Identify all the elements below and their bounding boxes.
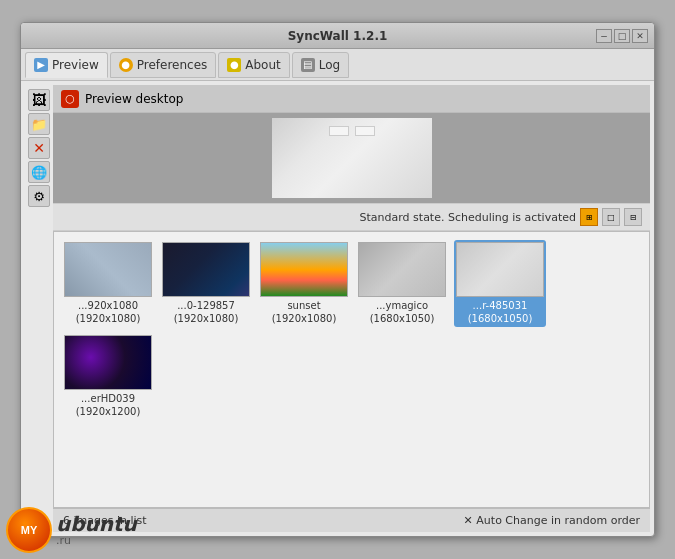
list-item[interactable]: ...erHD039 (1920x1200) [62, 333, 154, 420]
online-button[interactable]: 🌐 [28, 161, 50, 183]
list-item[interactable]: ...ymagico (1680x1050) [356, 240, 448, 327]
view-mode-grid-button[interactable]: ⊟ [624, 208, 642, 226]
thumbnail-2 [162, 242, 250, 297]
image-label-6: ...erHD039 (1920x1200) [76, 392, 141, 418]
room-inner [272, 118, 432, 198]
room-preview [272, 118, 432, 198]
remove-button[interactable]: ✕ [28, 137, 50, 159]
room-lights [329, 126, 375, 136]
maximize-button[interactable]: □ [614, 29, 630, 43]
view-mode-monitor-button[interactable]: ⊞ [580, 208, 598, 226]
logo-area: MY ubuntu .ru [6, 507, 137, 553]
main-content: ○ Preview desktop Standard state. Schedu… [53, 85, 650, 532]
tab-log-label: Log [319, 58, 340, 72]
add-wallpaper-button[interactable]: 🖼 [28, 89, 50, 111]
image-grid: ...920x1080 (1920x1080) ...0-129857 (192… [62, 240, 641, 327]
preview-area [53, 113, 650, 203]
thumbnail-4 [358, 242, 446, 297]
preview-stop-icon: ○ [61, 90, 79, 108]
list-item[interactable]: ...r-485031 (1680x1050) [454, 240, 546, 327]
image-grid-row2: ...erHD039 (1920x1200) [62, 333, 641, 420]
status-bar: Standard state. Scheduling is activated … [53, 203, 650, 231]
tab-preferences-label: Preferences [137, 58, 208, 72]
logo-circle: MY [6, 507, 52, 553]
logo-text-area: ubuntu .ru [56, 514, 137, 547]
image-label-2: ...0-129857 (1920x1080) [174, 299, 239, 325]
left-toolbar: 🖼 📁 ✕ 🌐 ⚙ [25, 85, 53, 532]
tab-preferences[interactable]: ● Preferences [110, 52, 217, 78]
thumbnail-6 [64, 335, 152, 390]
preview-tab-icon: ▶ [34, 58, 48, 72]
thumbnail-5 [456, 242, 544, 297]
tab-preview-label: Preview [52, 58, 99, 72]
image-label-4: ...ymagico (1680x1050) [370, 299, 435, 325]
thumbnail-1 [64, 242, 152, 297]
list-item[interactable]: ...0-129857 (1920x1080) [160, 240, 252, 327]
logo-ubuntu-text: ubuntu [56, 514, 137, 534]
tab-preview[interactable]: ▶ Preview [25, 52, 108, 78]
image-label-3: sunset (1920x1080) [272, 299, 337, 325]
title-bar: SyncWall 1.2.1 − □ ✕ [21, 23, 654, 49]
room-light-1 [329, 126, 349, 136]
content-area: 🖼 📁 ✕ 🌐 ⚙ ○ Preview desktop [21, 81, 654, 536]
image-label-5: ...r-485031 (1680x1050) [468, 299, 533, 325]
status-text: Standard state. Scheduling is activated [360, 211, 576, 224]
minimize-button[interactable]: − [596, 29, 612, 43]
main-window: SyncWall 1.2.1 − □ ✕ ▶ Preview ● Prefere… [20, 22, 655, 537]
preview-header: ○ Preview desktop [53, 85, 650, 113]
window-controls: − □ ✕ [596, 29, 648, 43]
tab-log[interactable]: ▤ Log [292, 52, 349, 78]
tab-about[interactable]: ● About [218, 52, 289, 78]
settings-button[interactable]: ⚙ [28, 185, 50, 207]
about-tab-icon: ● [227, 58, 241, 72]
add-folder-button[interactable]: 📁 [28, 113, 50, 135]
image-grid-container[interactable]: ...920x1080 (1920x1080) ...0-129857 (192… [53, 231, 650, 508]
thumbnail-3 [260, 242, 348, 297]
list-item[interactable]: sunset (1920x1080) [258, 240, 350, 327]
auto-change-status: ✕ Auto Change in random order [464, 514, 640, 527]
bottom-bar: 6 images in list ✕ Auto Change in random… [53, 508, 650, 532]
image-label-1: ...920x1080 (1920x1080) [76, 299, 141, 325]
close-button[interactable]: ✕ [632, 29, 648, 43]
prefs-tab-icon: ● [119, 58, 133, 72]
preview-label: Preview desktop [85, 92, 183, 106]
list-item[interactable]: ...920x1080 (1920x1080) [62, 240, 154, 327]
tab-about-label: About [245, 58, 280, 72]
room-light-2 [355, 126, 375, 136]
window-title: SyncWall 1.2.1 [288, 29, 388, 43]
log-tab-icon: ▤ [301, 58, 315, 72]
tab-bar: ▶ Preview ● Preferences ● About ▤ Log [21, 49, 654, 81]
view-mode-list-button[interactable]: □ [602, 208, 620, 226]
